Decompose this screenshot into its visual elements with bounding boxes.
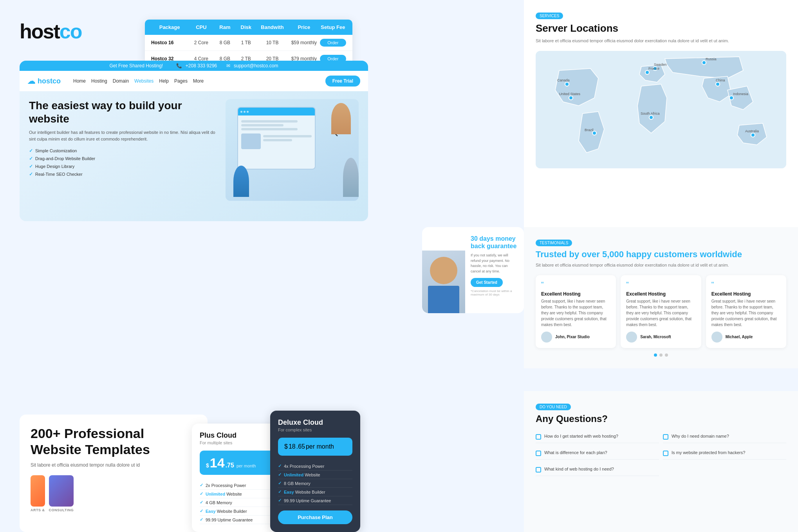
trust-title: Trusted by over 5,000 happy customers wo… xyxy=(536,249,786,260)
plus-cloud-subtitle: For multiple sites xyxy=(200,440,274,445)
nav-more[interactable]: More xyxy=(193,78,204,84)
pricing-table: Package CPU Ram Disk Bandwith Price Setu… xyxy=(145,20,352,67)
row1-ram: 8 GB xyxy=(215,40,236,45)
deluxe-cloud-panel: Deluxe Cloud For complex sites $ 18 .65 … xyxy=(270,411,360,532)
svg-text:Brazil: Brazil xyxy=(585,128,594,132)
pricing-table-header: Package CPU Ram Disk Bandwith Price Setu… xyxy=(145,20,352,35)
col-package: Package xyxy=(151,24,188,30)
testimonials-badge: TESTIMONIALS xyxy=(536,240,572,246)
plus-feature-3: 4 GB Memory xyxy=(200,498,274,507)
hero-panel: Get Free Shared Hosting! 📞 +208 333 9296… xyxy=(20,61,368,221)
col-price: Price xyxy=(288,24,320,30)
deluxe-decimals: .65 xyxy=(296,443,305,450)
faq-checkbox-2 xyxy=(663,434,668,440)
faq-checkbox-4 xyxy=(663,451,668,456)
plus-cloud-amount: 14 xyxy=(210,456,225,469)
purchase-plan-button[interactable]: Purchase Plan xyxy=(278,510,352,524)
faq-item-1[interactable]: How do I get started with web hosting? xyxy=(536,431,659,443)
svg-text:Canada: Canada xyxy=(557,78,570,82)
order-button-1[interactable]: Order xyxy=(320,39,346,47)
guarantee-title-highlight: 30 days xyxy=(471,235,494,242)
browser-line xyxy=(263,135,312,137)
arts-label: ARTS & xyxy=(31,508,45,512)
svg-point-1 xyxy=(565,82,569,86)
faq-item-3[interactable]: What is difference for each plan? xyxy=(536,447,659,460)
plus-feature-4: Easy Website Builder xyxy=(200,507,274,516)
quote-icon: " xyxy=(626,281,695,289)
deluxe-feature-3: 8 GB Memory xyxy=(278,479,352,488)
svg-point-4 xyxy=(645,70,649,74)
guarantee-image xyxy=(422,251,465,313)
row1-cpu: 2 Core xyxy=(188,40,214,45)
feature-4: Real-Time SEO Checker xyxy=(29,170,219,178)
deluxe-cloud-features: 4x Processing Power Unlimited Website 8 … xyxy=(278,462,352,505)
faq-text-2: Why do I need domain name? xyxy=(672,434,729,438)
trust-title-highlight: worldwide xyxy=(700,249,742,259)
svg-text:South Africa: South Africa xyxy=(641,112,660,115)
phone-number: +208 333 9296 xyxy=(186,63,217,69)
faq-text-3: What is difference for each plan? xyxy=(544,450,607,455)
phone-icon: 📞 xyxy=(176,63,182,69)
deluxe-feature-5: 99.99 Uptime Guarantee xyxy=(278,496,352,505)
deluxe-cloud-subtitle: For complex sites xyxy=(278,427,352,432)
col-ram: Ram xyxy=(215,24,236,30)
topbar-text: Get Free Shared Hosting! xyxy=(109,63,163,69)
author-name-3: Michael, Apple xyxy=(726,335,753,339)
browser-bar xyxy=(238,108,315,115)
nav-pages[interactable]: Pages xyxy=(174,78,188,84)
brand-logo: hostco xyxy=(20,20,145,43)
get-started-button[interactable]: Get Started xyxy=(471,278,503,287)
world-map-svg: Canada United States Brazil France Russi… xyxy=(536,51,786,168)
carousel-dots xyxy=(536,353,786,357)
guarantee-text: If you not satisfy, we will refund your … xyxy=(471,253,518,274)
hero-topbar: Get Free Shared Hosting! 📞 +208 333 9296… xyxy=(20,61,368,71)
testimonial-card-3: " Excellent Hosting Great support, like … xyxy=(706,275,786,348)
dot-3[interactable] xyxy=(665,353,668,357)
browser-mock xyxy=(237,107,316,170)
deluxe-cloud-price: $ 18 .65 per month xyxy=(278,438,352,456)
plus-cloud-panel: Plus Cloud For multiple sites $ 14 .75 p… xyxy=(192,424,282,532)
faq-item-5[interactable]: What kind of web hosting do I need? xyxy=(536,463,659,476)
svg-text:Sweden: Sweden xyxy=(654,63,667,67)
svg-text:United States: United States xyxy=(559,92,581,96)
dot-1[interactable] xyxy=(654,353,657,357)
figure-right xyxy=(343,158,359,197)
svg-point-10 xyxy=(751,133,755,137)
email-icon: ✉ xyxy=(226,63,230,69)
card-text-3: Great support, like i have never seen be… xyxy=(711,298,781,328)
guarantee-note: *Cancelation must be within a maximum of… xyxy=(471,289,518,296)
faq-item-4[interactable]: Is my website protected from hackers? xyxy=(663,447,786,460)
row1-bw: 10 TB xyxy=(256,40,288,45)
feature-2: Drag-and-Drop Website Builder xyxy=(29,155,219,162)
hero-content: The easiest way to build your website Ou… xyxy=(20,91,368,209)
svg-point-7 xyxy=(716,82,720,86)
deluxe-period: per month xyxy=(306,443,334,450)
nav-home[interactable]: Home xyxy=(73,78,86,84)
col-setup: Setup Fee xyxy=(320,24,346,30)
author-name-1: John, Pixar Studio xyxy=(555,335,590,339)
hero-text: The easiest way to build your website Ou… xyxy=(29,99,219,201)
nav-help[interactable]: Help xyxy=(159,78,169,84)
quote-icon: " xyxy=(541,281,610,289)
nav-domain[interactable]: Domain xyxy=(113,78,129,84)
plus-cloud-period: per month xyxy=(237,463,256,468)
dot-2[interactable] xyxy=(659,353,663,357)
faq-item-2[interactable]: Why do I need domain name? xyxy=(663,431,786,443)
template-thumb-2: consulting xyxy=(49,475,74,512)
nav-websites[interactable]: Websites xyxy=(134,78,153,84)
hero-logo: ☁ hostco xyxy=(27,76,61,86)
templates-description: Sit labore et officia eiusmod tempor nul… xyxy=(31,462,197,469)
plus-feature-2: Unlimited Website xyxy=(200,490,274,498)
free-trial-button[interactable]: Free Trial xyxy=(325,76,360,87)
author-name-2: Sarah, Microsoft xyxy=(640,335,671,339)
author-1: John, Pixar Studio xyxy=(541,332,610,343)
testimonial-cards: " Excellent Hosting Great support, like … xyxy=(536,275,786,348)
faq-checkbox-1 xyxy=(536,434,541,440)
email-text: support@hostco.com xyxy=(234,63,278,69)
author-3: Michael, Apple xyxy=(711,332,781,343)
faq-text-4: Is my website protected from hackers? xyxy=(672,450,745,455)
browser-dot xyxy=(247,111,249,113)
nav-hosting[interactable]: Hosting xyxy=(91,78,107,84)
logo-text-black: host xyxy=(20,20,60,43)
hero-title: The easiest way to build your website xyxy=(29,99,219,125)
